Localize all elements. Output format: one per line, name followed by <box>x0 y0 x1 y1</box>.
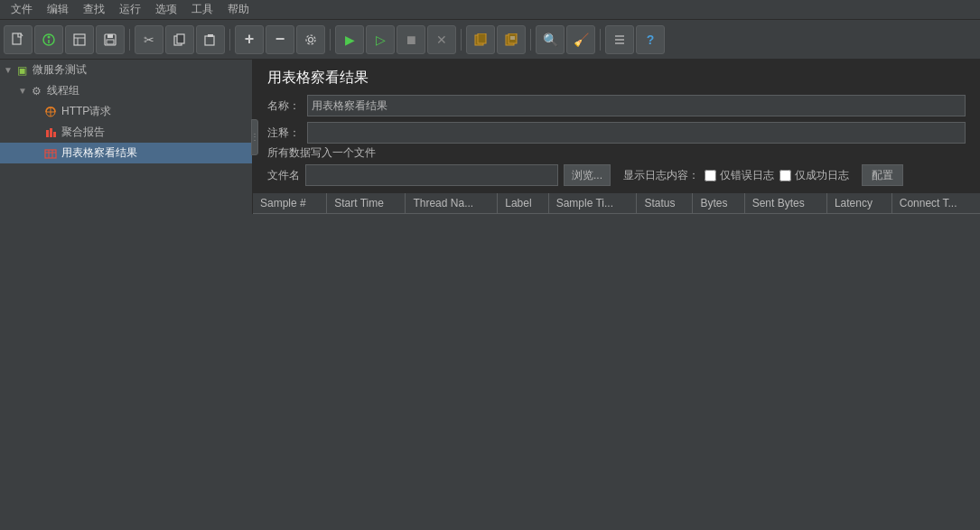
stop-button[interactable]: ⏹ <box>397 25 425 54</box>
svg-rect-18 <box>478 33 486 43</box>
col-thread-name[interactable]: Thread Na... <box>406 193 498 214</box>
comment-label: 注释： <box>267 126 300 141</box>
sidebar-item-aggregate-report[interactable]: 聚合报告 <box>0 122 252 143</box>
arrow-thread: ▼ <box>18 86 29 96</box>
page-title: 用表格察看结果 <box>253 60 980 95</box>
error-log-label: 仅错误日志 <box>720 168 774 183</box>
svg-rect-32 <box>45 150 56 158</box>
sep4 <box>461 29 462 51</box>
search-button[interactable]: 🔍 <box>536 25 565 54</box>
success-log-label: 仅成功日志 <box>795 168 849 183</box>
col-sample-time[interactable]: Sample Ti... <box>548 193 637 214</box>
error-log-group: 仅错误日志 <box>705 168 774 183</box>
config-button[interactable]: 配置 <box>862 164 903 186</box>
main-wrapper: ▼ ▣ 微服务测试 ▼ ⚙ 线程组 HTTP请求 <box>0 60 980 214</box>
results-table-area: Sample # Start Time Thread Na... Label S… <box>253 193 980 214</box>
add-button[interactable]: + <box>235 25 264 54</box>
sep6 <box>600 29 601 51</box>
label-microservice: 微服务测试 <box>33 62 87 78</box>
save-button[interactable] <box>96 25 125 54</box>
sidebar-item-thread-group[interactable]: ▼ ⚙ 线程组 <box>0 80 252 101</box>
col-start-time[interactable]: Start Time <box>327 193 406 214</box>
log-display-label: 显示日志内容： <box>623 168 699 183</box>
menu-bar: 文件 编辑 查找 运行 选项 工具 帮助 <box>0 0 980 20</box>
remove-button[interactable]: − <box>266 25 294 54</box>
name-row: 名称： <box>267 95 966 116</box>
col-sent-bytes[interactable]: Sent Bytes <box>744 193 826 214</box>
start-button[interactable]: ▶ <box>335 25 364 54</box>
file-row-wrapper: 所有数据写入一个文件 文件名 浏览... 显示日志内容： 仅错误日志 仅成功日志… <box>253 145 980 186</box>
file-label: 文件名 <box>267 168 300 183</box>
comment-row: 注释： <box>267 122 966 144</box>
browse-button[interactable]: 浏览... <box>564 164 611 186</box>
shutdown-button[interactable]: ✕ <box>427 25 456 54</box>
paste-button[interactable] <box>196 25 225 54</box>
col-status[interactable]: Status <box>637 193 693 214</box>
name-input[interactable] <box>307 95 966 116</box>
menu-find[interactable]: 查找 <box>76 0 112 19</box>
col-sample-num[interactable]: Sample # <box>253 193 327 214</box>
svg-point-16 <box>306 35 315 44</box>
comment-input[interactable] <box>307 122 966 144</box>
svg-rect-9 <box>107 34 113 38</box>
svg-rect-13 <box>205 36 214 45</box>
table-header-row: Sample # Start Time Thread Na... Label S… <box>253 193 980 214</box>
list-button[interactable] <box>605 25 634 54</box>
script-button[interactable] <box>466 25 495 54</box>
icon-microservice: ▣ <box>14 63 29 78</box>
sidebar-item-microservice-test[interactable]: ▼ ▣ 微服务测试 <box>0 60 252 80</box>
label-http-request: HTTP请求 <box>61 104 111 119</box>
content-area: 用表格察看结果 名称： 注释： 所有数据写入一个文件 文件名 浏览... 显示日… <box>253 60 980 214</box>
success-log-checkbox[interactable] <box>779 170 791 181</box>
all-data-label: 所有数据写入一个文件 <box>267 145 966 161</box>
file-row: 文件名 浏览... 显示日志内容： 仅错误日志 仅成功日志 配置 <box>267 164 966 186</box>
menu-help[interactable]: 帮助 <box>220 0 257 19</box>
sep5 <box>530 29 531 51</box>
clear-button[interactable]: 🧹 <box>566 25 595 54</box>
arrow-microservice: ▼ <box>4 65 14 75</box>
svg-point-15 <box>309 37 313 42</box>
col-connect-time[interactable]: Connect T... <box>891 193 980 214</box>
icon-http <box>43 105 58 119</box>
label-table-view: 用表格察看结果 <box>61 145 137 161</box>
settings-button[interactable] <box>296 25 325 54</box>
svg-rect-0 <box>13 33 21 44</box>
template-button[interactable] <box>65 25 94 54</box>
svg-rect-12 <box>177 34 184 43</box>
help-button[interactable]: ? <box>636 25 665 54</box>
menu-run[interactable]: 运行 <box>112 0 148 19</box>
form-area: 名称： 注释： <box>253 95 980 144</box>
svg-rect-29 <box>46 130 49 137</box>
cut-button[interactable]: ✂ <box>135 25 163 54</box>
name-label: 名称： <box>267 98 300 114</box>
svg-rect-31 <box>53 132 56 137</box>
sidebar-item-table-view[interactable]: 用表格察看结果 <box>0 143 252 163</box>
sidebar-item-http-request[interactable]: HTTP请求 <box>0 101 252 122</box>
menu-edit[interactable]: 编辑 <box>40 0 76 19</box>
new-button[interactable] <box>4 25 33 54</box>
report-button[interactable] <box>497 25 526 54</box>
svg-point-3 <box>48 35 51 38</box>
col-bytes[interactable]: Bytes <box>693 193 744 214</box>
sidebar-collapse-handle[interactable]: ⋮ <box>251 119 258 155</box>
icon-thread: ⚙ <box>29 84 43 98</box>
col-latency[interactable]: Latency <box>826 193 891 214</box>
file-input[interactable] <box>305 164 558 186</box>
copy-button[interactable] <box>165 25 194 54</box>
label-thread-group: 线程组 <box>47 83 79 98</box>
error-log-checkbox[interactable] <box>705 170 716 181</box>
label-aggregate-report: 聚合报告 <box>61 125 105 140</box>
sep1 <box>129 29 130 51</box>
sidebar: ▼ ▣ 微服务测试 ▼ ⚙ 线程组 HTTP请求 <box>0 60 253 214</box>
open-button[interactable] <box>34 25 63 54</box>
icon-report <box>43 126 58 140</box>
menu-file[interactable]: 文件 <box>4 0 40 19</box>
start-nopause-button[interactable]: ▷ <box>366 25 395 54</box>
svg-rect-14 <box>208 34 213 37</box>
svg-rect-30 <box>50 128 52 137</box>
col-label[interactable]: Label <box>498 193 548 214</box>
sep3 <box>330 29 331 51</box>
results-table: Sample # Start Time Thread Na... Label S… <box>253 193 980 214</box>
menu-tools[interactable]: 工具 <box>184 0 220 19</box>
menu-options[interactable]: 选项 <box>148 0 184 19</box>
